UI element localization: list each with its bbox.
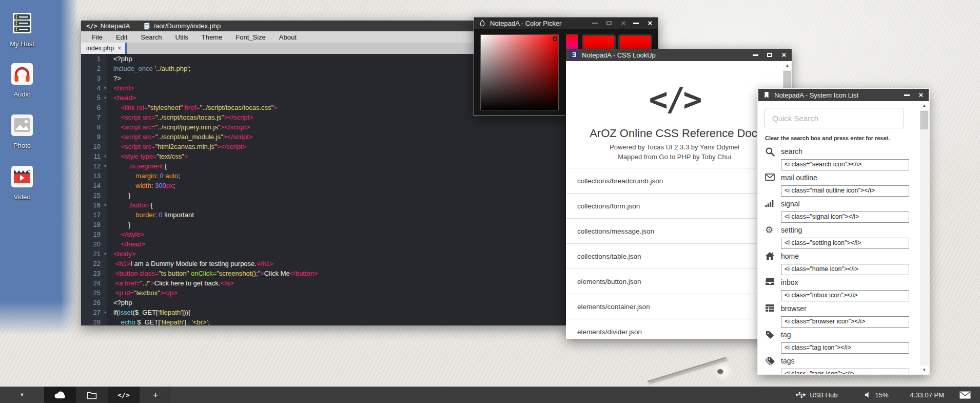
fold-caret-icon[interactable]: ▾ — [104, 83, 106, 93]
scroll-up-icon[interactable]: ▲ — [920, 101, 929, 110]
line-number: 22 — [81, 259, 107, 268]
saturation-value-gradient[interactable] — [480, 34, 559, 110]
lookup-list-item[interactable]: elements/button.json — [566, 268, 783, 294]
code-line[interactable]: 19 </style> — [81, 229, 567, 239]
tab-close-icon[interactable]: × — [117, 45, 121, 52]
code-line[interactable]: 12▾ .ts.segment { — [81, 161, 567, 171]
icon-code-field[interactable]: <i class="tags icon"></i> — [781, 369, 909, 374]
color-picker-titlebar[interactable]: NotepadA - Color Picker × × — [474, 17, 658, 29]
tocas-logo-icon: Ǝ — [570, 51, 578, 59]
code-line[interactable]: 11▾ <style type="text/css"> — [81, 151, 567, 161]
code-text: } — [107, 220, 130, 229]
menu-item-theme[interactable]: Theme — [195, 33, 229, 41]
lookup-list-item[interactable]: collections/table.json — [566, 243, 783, 268]
scrollbar[interactable]: ▲ ▼ — [920, 101, 929, 374]
menu-item-file[interactable]: File — [85, 33, 109, 41]
code-line[interactable]: 20 </head> — [81, 239, 567, 249]
taskbar-expand-button[interactable]: ▼ — [0, 387, 44, 403]
minimize-button[interactable] — [903, 91, 910, 99]
line-number: 14 — [81, 181, 107, 190]
close-button[interactable]: × — [780, 51, 788, 59]
taskbar-item-files[interactable] — [76, 387, 108, 403]
line-number: 25 — [81, 288, 107, 298]
css-lookup-titlebar[interactable]: Ǝ NotepadA - CSS LookUp × — [566, 49, 792, 61]
lookup-list-item[interactable]: collections/message.json — [566, 218, 783, 243]
code-text: .button { — [107, 200, 153, 210]
menu-item-search[interactable]: Search — [134, 33, 168, 41]
minimize-button[interactable] — [752, 51, 759, 59]
code-line[interactable]: 14 width: 300px; — [81, 181, 567, 190]
code-line[interactable]: 8 <script src="../script/jquery.min.js">… — [81, 122, 567, 132]
menu-item-font_size[interactable]: Font_Size — [229, 33, 272, 41]
code-line[interactable]: 23 <button class="ts button" onClick="sc… — [81, 268, 567, 278]
desktop-icon-photo[interactable]: Photo — [0, 113, 44, 149]
fold-caret-icon[interactable]: ▾ — [104, 308, 106, 317]
code-line[interactable]: 10 <script src="html2canvas.min.js"></sc… — [81, 142, 567, 151]
lookup-list-item[interactable]: collections/form.json — [566, 193, 783, 218]
taskbar-item-notepada[interactable]: </> — [108, 387, 140, 403]
editor-document: /aor/Dummy/index.php — [144, 22, 221, 30]
taskbar-item-cloud[interactable] — [44, 387, 76, 403]
code-line[interactable]: 21▾<body> — [81, 249, 567, 259]
code-line[interactable]: 18 } — [81, 220, 567, 229]
code-text: } — [107, 190, 130, 200]
icon-code-field[interactable]: <i class="tag icon"></i> — [781, 342, 909, 354]
scroll-up-icon[interactable]: ▲ — [783, 61, 792, 70]
color-cursor[interactable] — [553, 36, 557, 41]
menu-item-edit[interactable]: Edit — [109, 33, 134, 41]
code-line[interactable]: 27▾if(isset($_GET['filepath'])){ — [81, 308, 567, 317]
close-button[interactable]: × — [917, 91, 925, 99]
code-line[interactable]: 28 echo $_GET['filepath'] . '<br>'; — [81, 317, 567, 325]
icon-list-content: Clear the search box and press enter for… — [758, 101, 929, 374]
taskbar-add-button[interactable]: + — [140, 387, 171, 403]
icon-code-field[interactable]: <i class="signal icon"></i> — [781, 212, 909, 223]
envelope-icon — [959, 391, 971, 399]
code-line[interactable]: 24 <a href="../">Click here to get back.… — [81, 278, 567, 288]
code-text: <style type="text/css"> — [107, 151, 188, 161]
maximize-button[interactable] — [766, 51, 773, 59]
quick-search-input[interactable] — [765, 108, 904, 128]
icon-code-field[interactable]: <i class="setting icon"></i> — [781, 238, 909, 249]
icon-list-titlebar[interactable]: NotepadA - System Icon List × — [758, 89, 929, 101]
tab-index-php[interactable]: index.php × — [81, 43, 125, 54]
fold-caret-icon[interactable]: ▾ — [104, 93, 106, 103]
code-line[interactable]: 26<?php — [81, 298, 567, 308]
cloud-icon — [53, 390, 67, 400]
fold-caret-icon[interactable]: ▾ — [104, 151, 106, 161]
tray-notifications[interactable] — [959, 391, 971, 399]
desktop-icon-my-host[interactable]: My Host — [0, 11, 44, 48]
lookup-list-item[interactable]: elements/divider.json — [566, 319, 783, 339]
icon-code-field[interactable]: <i class="mail outline icon"></i> — [781, 185, 909, 197]
fold-caret-icon[interactable]: ▾ — [104, 200, 106, 210]
desktop-icon-audio[interactable]: Audio — [0, 62, 44, 98]
line-number: 9 — [81, 132, 107, 142]
desktop-icon-video[interactable]: Video — [0, 164, 44, 201]
icon-code-field[interactable]: <i class="search icon"></i> — [781, 159, 909, 170]
line-number: 10 — [81, 142, 107, 151]
icon-code-field[interactable]: <i class="inbox icon"></i> — [781, 290, 909, 301]
tray-usb[interactable]: USB Hub — [796, 391, 837, 399]
line-number: 18 — [81, 220, 107, 229]
tray-volume[interactable]: 15% — [864, 391, 888, 399]
close-button[interactable]: × — [646, 20, 654, 27]
scroll-down-icon[interactable]: ▼ — [920, 366, 929, 374]
menu-item-about[interactable]: About — [272, 33, 303, 41]
icon-code-field[interactable]: <i class="browser icon"></i> — [781, 316, 909, 328]
minimize-button[interactable] — [632, 20, 639, 27]
folder-icon — [87, 391, 97, 399]
tray-clock[interactable]: 4:33:07 PM — [910, 391, 945, 399]
lookup-list-item[interactable]: collections/breadcrumb.json — [566, 168, 783, 193]
menu-item-utils[interactable]: Utils — [169, 33, 195, 41]
icon-code-field[interactable]: <i class="home icon"></i> — [781, 264, 909, 275]
code-line[interactable]: 15 } — [81, 190, 567, 200]
fold-caret-icon[interactable]: ▾ — [104, 249, 106, 259]
code-line[interactable]: 9 <script src="../script/ao_module.js"><… — [81, 132, 567, 142]
code-line[interactable]: 25 <p id="textbox"></p> — [81, 288, 567, 298]
code-line[interactable]: 13 margin: 0 auto; — [81, 171, 567, 181]
scrollbar-thumb[interactable] — [920, 111, 928, 129]
code-line[interactable]: 16▾ .button { — [81, 200, 567, 210]
code-line[interactable]: 22 <h1>I am a Dummy Module for testing p… — [81, 259, 567, 268]
lookup-list-item[interactable]: elements/container.json — [566, 294, 783, 319]
code-line[interactable]: 17 border: 0 !important — [81, 210, 567, 220]
fold-caret-icon[interactable]: ▾ — [104, 161, 106, 171]
